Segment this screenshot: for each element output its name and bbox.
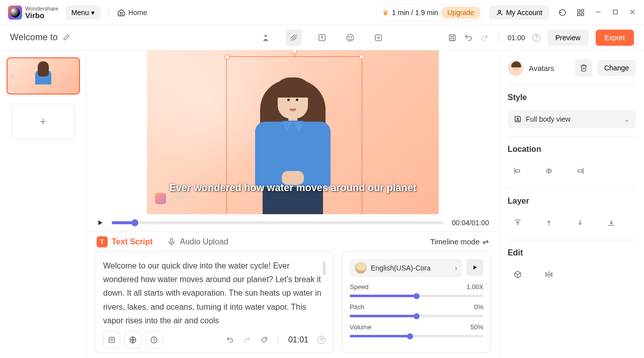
script-duration: 01:01 — [288, 335, 308, 344]
minimize-icon[interactable] — [595, 9, 602, 17]
pitch-knob[interactable] — [414, 313, 420, 319]
crown-icon: ♛ — [382, 9, 389, 17]
logo-icon — [8, 6, 22, 20]
change-avatar-button[interactable]: Change — [597, 60, 636, 76]
send-to-back-icon[interactable] — [604, 216, 618, 230]
upload-tool-icon[interactable] — [370, 30, 386, 46]
layer-title: Layer — [508, 197, 636, 206]
resize-handle-tl[interactable] — [224, 54, 229, 59]
undo-script-icon[interactable] — [226, 336, 234, 344]
divider — [109, 8, 109, 18]
plus-icon: + — [40, 115, 46, 128]
canvas[interactable]: Ever wondered how water moves around our… — [87, 50, 499, 214]
redo-icon[interactable] — [480, 33, 489, 42]
history-icon[interactable] — [558, 9, 567, 17]
home-label: Home — [128, 9, 147, 17]
frame-icon — [514, 115, 522, 123]
play-button[interactable] — [97, 219, 104, 226]
rotate-handle[interactable] — [292, 50, 297, 54]
script-toolbar: | 01:01 ? — [103, 327, 326, 348]
watermark: WondershareVirbo — [155, 193, 196, 204]
chevron-down-icon: ⌄ — [624, 115, 630, 123]
pitch-value: 0% — [474, 303, 484, 311]
tab-audio-upload[interactable]: Audio Upload — [167, 237, 228, 246]
translate-icon[interactable] — [124, 331, 141, 348]
align-left-icon[interactable] — [511, 164, 525, 178]
avatar-thumbnail — [508, 60, 524, 76]
speed-knob[interactable] — [414, 293, 420, 299]
view-select[interactable]: Full body view ⌄ — [508, 110, 636, 128]
svg-rect-4 — [581, 13, 584, 16]
avatars-label: Avatars — [529, 64, 570, 72]
delete-avatar-button[interactable] — [575, 59, 592, 76]
add-slide-button[interactable]: + — [12, 104, 75, 140]
flip-horizontal-icon[interactable] — [542, 267, 556, 282]
svg-marker-55 — [546, 273, 548, 277]
align-center-icon[interactable] — [542, 164, 556, 178]
bring-to-front-icon[interactable] — [511, 216, 525, 230]
progress-knob[interactable] — [131, 219, 138, 226]
apps-icon[interactable] — [577, 9, 585, 17]
maximize-icon[interactable] — [612, 9, 619, 17]
voice-select[interactable]: English(USA)-Cora › — [350, 259, 462, 277]
send-backward-icon[interactable] — [573, 216, 587, 230]
progress-track[interactable] — [112, 221, 444, 224]
second-bar: Welcome to 01:00 ? Preview Export — [0, 25, 644, 50]
account-button[interactable]: My Account — [489, 6, 549, 20]
bring-forward-icon[interactable] — [542, 216, 556, 230]
edit-title-icon[interactable] — [62, 34, 70, 42]
pitch-track[interactable] — [350, 315, 484, 317]
voice-play-button[interactable] — [466, 259, 484, 276]
help-icon[interactable]: ? — [532, 34, 540, 42]
tab-text-script[interactable]: T Text Script — [97, 236, 153, 247]
help-icon[interactable]: ? — [317, 336, 326, 344]
export-button[interactable]: Export — [596, 30, 634, 46]
resize-handle-tr[interactable] — [359, 54, 364, 59]
upgrade-button[interactable]: Upgrade — [441, 7, 480, 19]
menu-button[interactable]: Menu ▾ — [65, 6, 101, 20]
mic-icon — [167, 237, 176, 246]
chevron-right-icon: › — [455, 263, 457, 273]
usage-text: 1 min / 1.9 min — [392, 9, 438, 17]
close-icon[interactable] — [629, 9, 636, 17]
svg-rect-3 — [578, 13, 580, 16]
speed-track[interactable] — [350, 295, 484, 297]
redo-script-icon[interactable] — [243, 336, 251, 344]
project-title: Welcome to — [10, 32, 58, 43]
slide-thumb-1[interactable]: 1 — [7, 57, 80, 95]
pitch-label: Pitch — [350, 303, 364, 311]
view-label: Full body view — [526, 115, 571, 123]
svg-marker-56 — [550, 273, 552, 277]
text-script-icon: T — [97, 236, 108, 247]
home-button[interactable]: Home — [117, 9, 147, 17]
slide-number: 1 — [11, 72, 14, 79]
top-bar: Wondershare Virbo Menu ▾ Home ♛ 1 min / … — [0, 0, 644, 25]
edit-title: Edit — [508, 248, 636, 257]
volume-value: 50% — [470, 323, 484, 331]
app-logo: Wondershare Virbo — [8, 6, 58, 20]
avatar-tool-icon[interactable] — [258, 30, 274, 46]
svg-point-34 — [265, 338, 266, 339]
pause-insert-icon[interactable] — [145, 331, 163, 348]
cube-icon[interactable] — [511, 267, 525, 282]
scrollbar[interactable] — [323, 261, 326, 275]
volume-knob[interactable] — [407, 333, 413, 339]
volume-track[interactable] — [350, 335, 484, 337]
sticker-tool-icon[interactable] — [342, 30, 358, 46]
template-icon[interactable] — [103, 331, 120, 348]
text-tool-icon[interactable] — [314, 30, 330, 46]
center-tools — [258, 30, 386, 46]
location-icons — [508, 162, 636, 180]
undo-icon[interactable] — [464, 33, 473, 42]
background-tool-icon[interactable] — [286, 30, 302, 46]
save-icon[interactable] — [448, 33, 457, 42]
svg-point-17 — [349, 36, 350, 37]
preview-button[interactable]: Preview — [547, 30, 589, 46]
tag-icon[interactable] — [260, 336, 268, 344]
timeline-mode-toggle[interactable]: Timeline mode ⇌ — [430, 237, 489, 246]
align-right-icon[interactable] — [573, 164, 587, 178]
tab-text-script-label: Text Script — [112, 237, 153, 246]
svg-rect-25 — [170, 238, 173, 242]
script-text[interactable]: Welcome to our quick dive into the water… — [103, 259, 326, 327]
location-title: Location — [508, 145, 636, 154]
